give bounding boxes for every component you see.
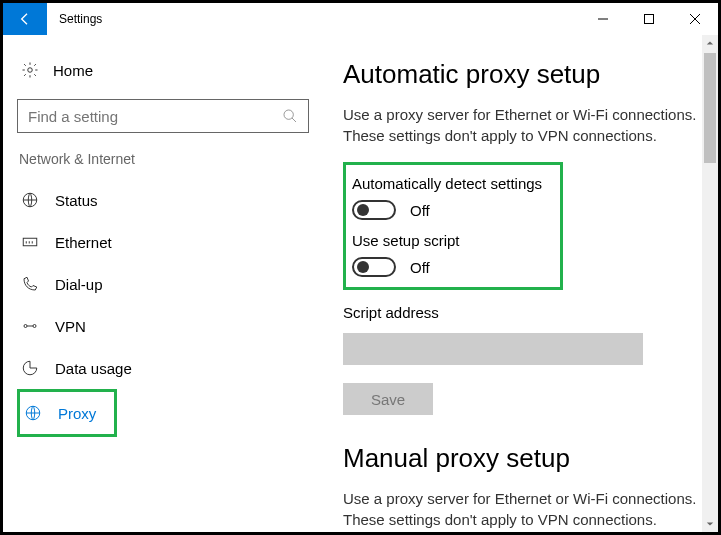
- svg-point-6: [33, 325, 36, 328]
- data-usage-icon: [21, 359, 39, 377]
- home-label: Home: [53, 62, 93, 79]
- svg-point-1: [28, 68, 33, 73]
- auto-detect-label: Automatically detect settings: [352, 175, 550, 192]
- script-address-input[interactable]: [343, 333, 643, 365]
- main-panel: Automatic proxy setup Use a proxy server…: [323, 35, 718, 532]
- window-controls: [580, 3, 718, 35]
- arrow-left-icon: [17, 11, 33, 27]
- sidebar-item-label: Data usage: [55, 360, 132, 377]
- sidebar-item-status[interactable]: Status: [17, 179, 309, 221]
- svg-rect-4: [23, 238, 37, 246]
- save-button[interactable]: Save: [343, 383, 433, 415]
- auto-detect-state: Off: [410, 202, 430, 219]
- sidebar-item-label: Status: [55, 192, 98, 209]
- sidebar-item-dialup[interactable]: Dial-up: [17, 263, 309, 305]
- section-header: Network & Internet: [17, 151, 309, 167]
- close-button[interactable]: [672, 3, 718, 35]
- svg-point-2: [284, 110, 293, 119]
- scrollbar-up-button[interactable]: [702, 35, 718, 51]
- toggle-knob: [357, 261, 369, 273]
- script-address-label: Script address: [343, 304, 700, 321]
- search-icon: [282, 108, 298, 124]
- window-title: Settings: [47, 3, 102, 35]
- sidebar-item-label: VPN: [55, 318, 86, 335]
- titlebar: Settings: [3, 3, 718, 35]
- maximize-button[interactable]: [626, 3, 672, 35]
- sidebar-item-label: Dial-up: [55, 276, 103, 293]
- sidebar: Home Network & Internet Status Ethernet …: [3, 35, 323, 532]
- sidebar-item-proxy[interactable]: Proxy: [17, 389, 117, 437]
- scrollbar-down-button[interactable]: [702, 516, 718, 532]
- toggle-knob: [357, 204, 369, 216]
- use-script-state: Off: [410, 259, 430, 276]
- sidebar-item-vpn[interactable]: VPN: [17, 305, 309, 347]
- scrollbar-track[interactable]: [702, 35, 718, 532]
- vpn-icon: [21, 317, 39, 335]
- use-script-label: Use setup script: [352, 232, 550, 249]
- svg-point-5: [24, 325, 27, 328]
- back-button[interactable]: [3, 3, 47, 35]
- globe-icon: [21, 191, 39, 209]
- auto-proxy-heading: Automatic proxy setup: [343, 59, 700, 90]
- scrollbar-thumb[interactable]: [704, 53, 716, 163]
- content-area: Home Network & Internet Status Ethernet …: [3, 35, 718, 532]
- svg-rect-0: [645, 15, 654, 24]
- sidebar-item-label: Ethernet: [55, 234, 112, 251]
- proxy-icon: [24, 404, 42, 422]
- ethernet-icon: [21, 233, 39, 251]
- search-box[interactable]: [17, 99, 309, 133]
- sidebar-item-datausage[interactable]: Data usage: [17, 347, 309, 389]
- auto-proxy-description: Use a proxy server for Ethernet or Wi-Fi…: [343, 104, 700, 146]
- highlight-box: Automatically detect settings Off Use se…: [343, 162, 563, 290]
- gear-icon: [21, 61, 39, 79]
- sidebar-item-ethernet[interactable]: Ethernet: [17, 221, 309, 263]
- home-nav[interactable]: Home: [17, 53, 309, 87]
- use-script-toggle[interactable]: [352, 257, 396, 277]
- phone-icon: [21, 275, 39, 293]
- manual-proxy-heading: Manual proxy setup: [343, 443, 700, 474]
- manual-proxy-description: Use a proxy server for Ethernet or Wi-Fi…: [343, 488, 700, 530]
- minimize-button[interactable]: [580, 3, 626, 35]
- auto-detect-toggle[interactable]: [352, 200, 396, 220]
- search-input[interactable]: [28, 108, 282, 125]
- sidebar-item-label: Proxy: [58, 405, 96, 422]
